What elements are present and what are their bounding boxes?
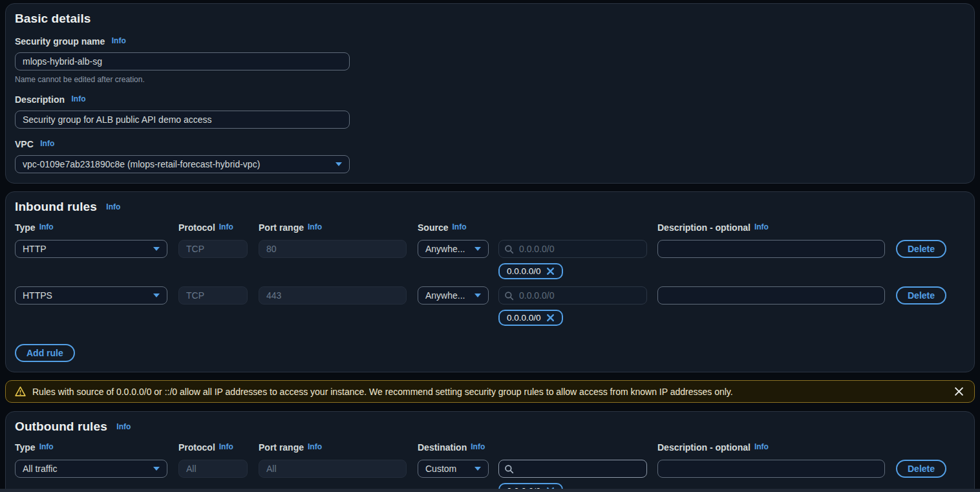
page-bottom-strip [0, 489, 980, 492]
destination-column-header: Destination [418, 442, 467, 453]
vpc-info-link[interactable]: Info [40, 139, 54, 148]
inbound-rule-row-2: HTTPS Anywhe... Delete [15, 286, 965, 305]
description-field: Description Info [15, 94, 965, 129]
outbound-rules-panel: Outbound rules Info TypeInfo ProtocolInf… [5, 411, 975, 492]
chevron-down-icon [153, 467, 160, 471]
outbound-rule-row-1: All traffic Custom Delete [15, 460, 965, 478]
inbound-rule-2-cidr-input[interactable] [498, 286, 647, 305]
create-security-group-page: Basic details Security group name Info N… [0, 0, 980, 492]
basic-details-title: Basic details [15, 12, 91, 25]
cidr-chip: 0.0.0.0/0 [498, 263, 563, 279]
port-range-info-link[interactable]: Info [308, 222, 322, 231]
inbound-rules-panel: Inbound rules Info TypeInfo ProtocolInfo… [5, 191, 975, 372]
protocol-column-header: Protocol [178, 222, 215, 233]
port-range-column-header: Port range [259, 442, 304, 453]
inbound-rule-1-source-select[interactable]: Anywhe... [418, 240, 489, 258]
close-icon[interactable] [953, 385, 965, 398]
inbound-rule-1-chip-row: 0.0.0.0/0 [498, 263, 965, 279]
protocol-column-header: Protocol [178, 442, 215, 453]
outbound-rule-1-cidr-input[interactable] [498, 460, 647, 478]
security-group-name-input[interactable] [15, 52, 350, 70]
inbound-rule-2-delete-button[interactable]: Delete [896, 286, 946, 305]
outbound-rule-1-destination-select[interactable]: Custom [418, 460, 489, 478]
description-info-link[interactable]: Info [754, 442, 769, 451]
search-icon [504, 464, 514, 474]
outbound-rule-1-delete-button[interactable]: Delete [896, 460, 946, 478]
outbound-rule-1-protocol-input [178, 460, 248, 478]
inbound-rule-2-port-input [259, 286, 407, 305]
type-info-link[interactable]: Info [39, 222, 54, 231]
chevron-down-icon [474, 467, 481, 471]
inbound-rule-2-source-select[interactable]: Anywhe... [418, 286, 489, 305]
description-column-header: Description - optional [657, 222, 751, 233]
inbound-rules-title: Inbound rules [15, 200, 97, 213]
source-column-header: Source [418, 222, 448, 233]
chevron-down-icon [336, 162, 342, 166]
search-icon [504, 291, 514, 301]
security-group-name-field: Security group name Info Name cannot be … [15, 36, 965, 84]
inbound-rule-1-cidr-input[interactable] [498, 240, 647, 258]
cidr-chip-label: 0.0.0.0/0 [507, 266, 541, 276]
vpc-label: VPC [15, 139, 34, 149]
inbound-rule-1-cidr-search [498, 240, 647, 258]
outbound-rules-title: Outbound rules [15, 420, 107, 433]
description-info-link[interactable]: Info [71, 94, 85, 103]
chevron-down-icon [153, 247, 160, 251]
inbound-rules-info-link[interactable]: Info [106, 202, 120, 211]
vpc-select[interactable]: vpc-0109e7ab231890c8e (mlops-retail-fore… [15, 155, 350, 173]
inbound-add-rule-button[interactable]: Add rule [15, 344, 75, 362]
type-info-link[interactable]: Info [39, 442, 54, 451]
chevron-down-icon [474, 247, 481, 251]
search-icon [504, 244, 514, 254]
description-label: Description [15, 94, 65, 105]
outbound-rule-1-description-input[interactable] [657, 460, 885, 478]
inbound-column-headers: TypeInfo ProtocolInfo Port rangeInfo Sou… [15, 222, 965, 233]
description-info-link[interactable]: Info [754, 222, 769, 231]
security-group-name-label: Security group name [15, 36, 105, 47]
inbound-rule-2-protocol-input [178, 286, 248, 305]
outbound-rule-1-type-select[interactable]: All traffic [15, 460, 167, 478]
chevron-down-icon [474, 294, 481, 297]
protocol-info-link[interactable]: Info [219, 442, 233, 451]
outbound-rule-1-port-input [259, 460, 407, 478]
inbound-rule-2-cidr-search [498, 286, 647, 305]
port-range-info-link[interactable]: Info [308, 442, 322, 451]
protocol-info-link[interactable]: Info [219, 222, 233, 231]
inbound-rule-1-type-value: HTTP [23, 244, 47, 254]
cidr-chip-label: 0.0.0.0/0 [507, 313, 541, 323]
type-column-header: Type [15, 442, 36, 453]
port-range-column-header: Port range [259, 222, 304, 233]
inbound-rule-2-source-value: Anywhe... [425, 290, 465, 301]
basic-details-panel: Basic details Security group name Info N… [5, 3, 975, 184]
cidr-chip: 0.0.0.0/0 [498, 310, 563, 326]
remove-chip-icon[interactable] [546, 314, 555, 322]
source-info-link[interactable]: Info [452, 222, 466, 231]
remove-chip-icon[interactable] [546, 267, 555, 275]
inbound-rule-1-protocol-input [178, 240, 248, 258]
warning-icon [15, 386, 26, 397]
chevron-down-icon [153, 294, 160, 297]
inbound-rule-row-1: HTTP Anywhe... Delete [15, 240, 965, 258]
security-group-name-help: Name cannot be edited after creation. [15, 75, 965, 84]
description-input[interactable] [15, 111, 350, 129]
type-column-header: Type [15, 222, 36, 233]
destination-info-link[interactable]: Info [471, 442, 485, 451]
vpc-field: VPC Info vpc-0109e7ab231890c8e (mlops-re… [15, 138, 965, 173]
security-group-name-info-link[interactable]: Info [112, 36, 126, 45]
inbound-rule-2-chip-row: 0.0.0.0/0 [498, 310, 965, 326]
inbound-rule-2-type-value: HTTPS [23, 290, 52, 301]
inbound-rule-1-type-select[interactable]: HTTP [15, 240, 167, 258]
inbound-rule-1-port-input [259, 240, 407, 258]
outbound-rule-1-type-value: All traffic [23, 464, 57, 474]
vpc-select-value: vpc-0109e7ab231890c8e (mlops-retail-fore… [23, 159, 260, 169]
outbound-rule-1-destination-value: Custom [425, 464, 456, 474]
inbound-rule-1-description-input[interactable] [657, 240, 885, 258]
inbound-rule-1-delete-button[interactable]: Delete [896, 240, 946, 258]
inbound-rule-1-source-value: Anywhe... [425, 244, 465, 254]
warning-text: Rules with source of 0.0.0.0/0 or ::/0 a… [32, 387, 733, 397]
inbound-rule-2-type-select[interactable]: HTTPS [15, 286, 167, 305]
open-cidr-warning-banner: Rules with source of 0.0.0.0/0 or ::/0 a… [5, 380, 975, 403]
outbound-rules-info-link[interactable]: Info [116, 422, 131, 431]
inbound-rule-2-description-input[interactable] [657, 286, 885, 305]
outbound-column-headers: TypeInfo ProtocolInfo Port rangeInfo Des… [15, 442, 965, 453]
